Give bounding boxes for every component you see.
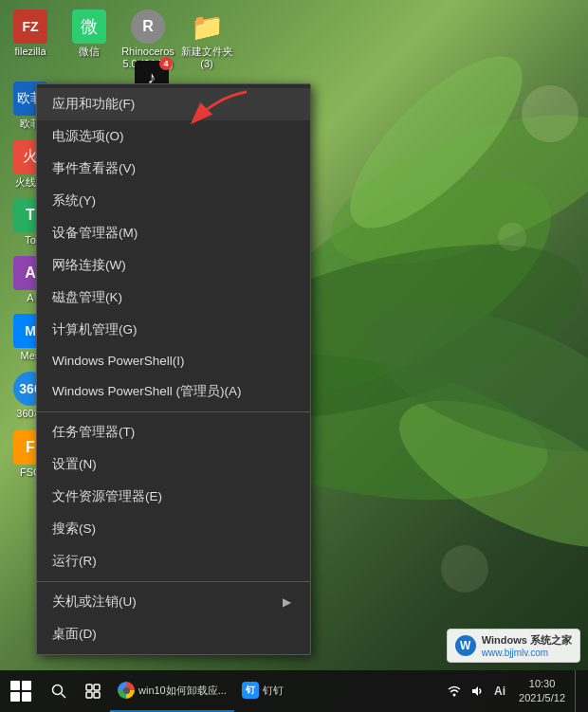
svg-rect-16 (94, 692, 100, 698)
network-tray-icon[interactable] (445, 682, 464, 701)
taskbar: win10如何卸载应... 钉 钉钉 (0, 670, 588, 712)
menu-item-power-options[interactable]: 电源选项(O) (37, 120, 310, 153)
wechat-label: 微信 (79, 46, 100, 58)
svg-marker-18 (472, 686, 478, 696)
menu-item-search[interactable]: 搜索(S) (37, 513, 310, 545)
menu-item-network-conn[interactable]: 网络连接(W) (37, 249, 310, 282)
windows-icon (10, 681, 31, 702)
watermark-badge: W Windows 系统之家 www.bjjmlv.com (447, 629, 580, 663)
start-button[interactable] (0, 670, 42, 712)
menu-item-settings[interactable]: 设置(N) (37, 448, 310, 481)
svg-point-7 (522, 85, 579, 142)
watermark-url: www.bjjmlv.com (482, 648, 572, 658)
menu-item-desktop[interactable]: 桌面(D) (37, 618, 310, 650)
task-view-icon (85, 684, 101, 699)
svg-point-3 (379, 371, 588, 577)
menu-item-system[interactable]: 系统(Y) (37, 185, 310, 217)
svg-point-1 (312, 84, 588, 295)
taskbar-apps-area: win10如何卸载应... 钉 钉钉 (110, 670, 445, 712)
svg-rect-15 (86, 692, 92, 698)
menu-item-disk-mgmt[interactable]: 磁盘管理(K) (37, 282, 310, 314)
svg-point-11 (53, 685, 63, 695)
context-menu: 应用和功能(F) 电源选项(O) 事件查看器(V) 系统(Y) 设备管理器(M)… (36, 83, 311, 655)
taskbar-clock[interactable]: 10:30 2021/5/12 (513, 677, 571, 706)
input-method-label: Ai (494, 685, 505, 698)
menu-separator-1 (37, 411, 310, 412)
svg-point-17 (453, 694, 456, 697)
menu-item-device-manager[interactable]: 设备管理器(M) (37, 217, 310, 249)
search-button[interactable] (42, 670, 76, 712)
menu-separator-2 (37, 581, 310, 582)
new-folder-label: 新建文件夹(3) (181, 46, 233, 70)
menu-item-apps-features[interactable]: 应用和功能(F) (37, 88, 310, 120)
dingding-app-label: 钉钉 (263, 684, 284, 698)
clock-time: 10:30 (529, 677, 556, 691)
menu-item-shutdown[interactable]: 关机或注销(U) ▶ (37, 586, 310, 618)
a-label: A (27, 292, 33, 304)
svg-line-12 (62, 694, 66, 699)
desktop: FZ filezilla 微 微信 R Rhinoceros5.0 (64-bi… (0, 0, 588, 712)
watermark-logo: W (455, 635, 476, 656)
svg-point-6 (350, 277, 588, 481)
menu-item-event-viewer[interactable]: 事件查看器(V) (37, 153, 310, 185)
menu-item-file-explorer[interactable]: 文件资源管理器(E) (37, 481, 310, 513)
chrome-app-label: win10如何卸载应... (138, 684, 227, 698)
task-view-button[interactable] (76, 670, 110, 712)
menu-item-powershell-admin[interactable]: Windows PowerShell (管理员)(A) (37, 375, 310, 408)
new-folder-icon[interactable]: 📁 新建文件夹(3) (178, 6, 235, 74)
menu-item-powershell[interactable]: Windows PowerShell(I) (37, 346, 310, 375)
clock-date: 2021/5/12 (519, 691, 565, 705)
svg-rect-13 (86, 685, 92, 690)
filezilla-label: filezilla (14, 46, 46, 58)
shutdown-arrow-icon: ▶ (283, 595, 291, 609)
svg-rect-14 (94, 685, 100, 690)
taskbar-chrome-button[interactable]: win10如何卸载应... (110, 670, 234, 712)
search-icon (51, 684, 66, 699)
menu-item-task-manager[interactable]: 任务管理器(T) (37, 416, 310, 448)
input-method-tray[interactable]: Ai (490, 682, 509, 701)
svg-point-9 (441, 545, 488, 593)
volume-tray-icon[interactable] (468, 682, 487, 701)
svg-point-4 (325, 31, 546, 252)
watermark-site-label: Windows 系统之家 (482, 633, 572, 648)
menu-item-run[interactable]: 运行(R) (37, 545, 310, 577)
to-label: To (25, 234, 36, 246)
filezilla-icon[interactable]: FZ filezilla (2, 6, 59, 74)
taskbar-dingding-button[interactable]: 钉 钉钉 (234, 670, 291, 712)
svg-point-8 (498, 223, 526, 251)
taskbar-tray: Ai 10:30 2021/5/12 (445, 670, 588, 712)
show-desktop-button[interactable] (575, 670, 580, 712)
wechat-desktop-icon[interactable]: 微 微信 (61, 6, 118, 74)
menu-item-computer-mgmt[interactable]: 计算机管理(G) (37, 314, 310, 346)
